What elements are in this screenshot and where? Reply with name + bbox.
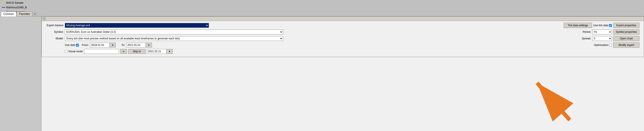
skip-to-button[interactable]: Skip to xyxy=(128,49,146,54)
close-button[interactable]: × xyxy=(42,17,46,20)
model-row: Model: Every tick (the most precise meth… xyxy=(44,36,642,41)
nav-item-mahmoud[interactable]: Mahmoud1990_B xyxy=(1,6,28,10)
optimization-label: Optimization xyxy=(594,44,612,47)
top-nav-section: MACD Sample Mahmoud1990_B Moving Average… xyxy=(0,0,644,16)
left-nav xyxy=(0,16,42,131)
tab-common[interactable]: Common xyxy=(1,12,16,16)
from-date-group: ▼ xyxy=(90,43,116,47)
nav-item-macd-label: MACD Sample xyxy=(6,1,23,4)
model-label: Model: xyxy=(56,37,64,40)
skip-to-date-group: ▼ xyxy=(147,49,173,54)
visual-mode-checkbox[interactable] xyxy=(65,50,68,53)
use-date-checkbox[interactable] xyxy=(76,44,79,47)
use-date-label: Use date xyxy=(65,44,79,47)
symbol-select[interactable]: EURAUDm, Euro vs Australian Dollar (3.2) xyxy=(65,30,283,34)
spread-select[interactable]: 5 xyxy=(592,36,612,41)
dialog-title-bar: × xyxy=(42,17,644,21)
expert-advisor-label: Expert Advisor xyxy=(47,24,64,27)
progress-bar xyxy=(84,49,119,54)
spread-label: Spread: xyxy=(582,37,591,40)
scroll-down-arrow[interactable]: ▼ xyxy=(33,12,37,16)
pause-button[interactable]: ⏸ xyxy=(120,49,127,54)
from-calendar-button[interactable]: ▼ xyxy=(110,43,116,47)
date-row: Use date From: ▼ To: xyxy=(44,42,642,48)
symbol-label: Symbol: xyxy=(54,30,64,34)
use-tick-data-checkbox[interactable] xyxy=(609,24,612,27)
nav-item-macd[interactable]: MACD Sample xyxy=(1,1,28,5)
skip-to-calendar-button[interactable]: ▼ xyxy=(166,49,173,54)
model-select[interactable]: Every tick (the most precise method base… xyxy=(65,36,283,41)
expert-advisor-select[interactable]: Moving Average.ex4 xyxy=(65,23,209,28)
to-date-group: ▼ xyxy=(126,43,152,47)
to-date-input[interactable] xyxy=(126,43,146,47)
from-label: From: xyxy=(82,44,89,47)
tab-favorites[interactable]: Favorites xyxy=(17,12,32,16)
symbol-row: Symbol: EURAUDm, Euro vs Australian Doll… xyxy=(44,29,642,35)
center-content: × Expert Advisor Moving Average.ex4 xyxy=(42,16,644,131)
nav-item-mahmoud-label: Mahmoud1990_B xyxy=(6,6,27,9)
macd-icon xyxy=(2,1,5,5)
use-tick-data-checkbox-label: Use tick data xyxy=(593,24,612,27)
period-select[interactable]: H1 xyxy=(592,30,612,34)
from-date-input[interactable] xyxy=(90,43,110,47)
visual-mode-row: Visual mode ⏸ Skip to ▼ xyxy=(44,49,642,54)
modify-expert-button[interactable]: Modify expert xyxy=(613,42,640,48)
bottom-section: × Expert Advisor Moving Average.ex4 xyxy=(0,16,644,131)
to-calendar-button[interactable]: ▼ xyxy=(146,43,152,47)
dialog-form: Expert Advisor Moving Average.ex4 Tick d… xyxy=(42,21,644,57)
period-label: Period: xyxy=(583,30,591,34)
dialog-frame: × Expert Advisor Moving Average.ex4 xyxy=(42,16,644,57)
skip-to-date-input[interactable] xyxy=(147,49,166,54)
to-label: To: xyxy=(122,44,125,47)
visual-mode-label: Visual mode xyxy=(65,50,83,53)
mahmoud-icon xyxy=(2,6,5,9)
open-chart-button[interactable]: Open chart xyxy=(613,36,640,41)
tick-data-settings-button[interactable]: Tick data settings xyxy=(564,23,592,28)
symbol-properties-button[interactable]: Symbol properties xyxy=(613,29,640,35)
expert-advisor-row: Expert Advisor Moving Average.ex4 Tick d… xyxy=(44,23,642,28)
optimization-checkbox[interactable] xyxy=(609,44,612,47)
expert-properties-button[interactable]: Expert properties xyxy=(613,23,640,28)
